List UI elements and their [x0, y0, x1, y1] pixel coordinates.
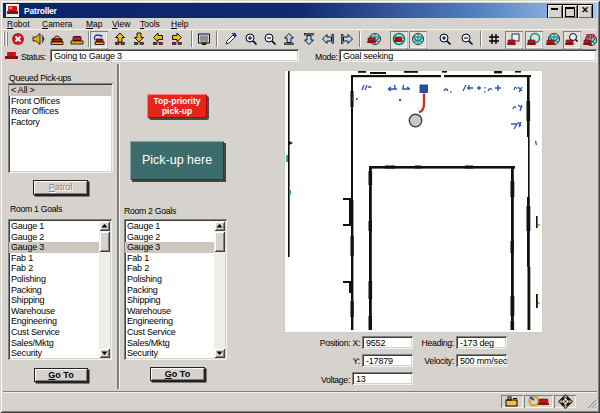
svg-text:RP: RP: [586, 33, 596, 40]
